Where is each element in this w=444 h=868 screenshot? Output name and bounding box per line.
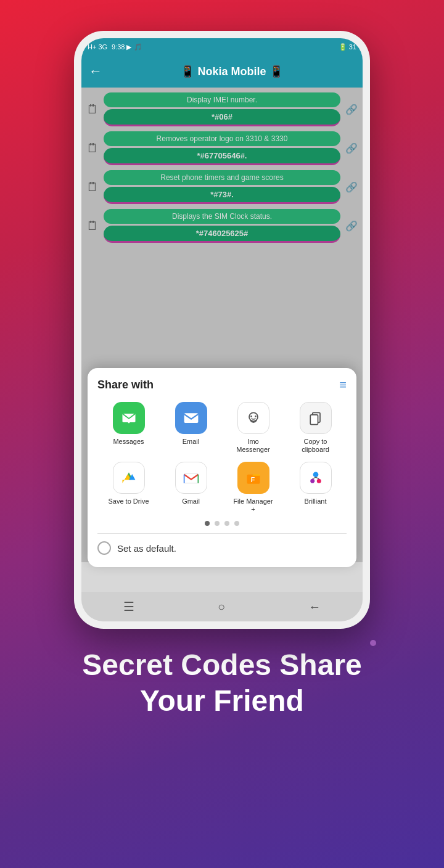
status-right: 🔋 31 (339, 43, 356, 51)
share-app-imo[interactable]: Imo Messenger (232, 402, 275, 454)
share-app-messages[interactable]: Messages (107, 402, 150, 454)
gmail-label: Gmail (182, 497, 200, 506)
nav-menu-button[interactable]: ☰ (123, 599, 134, 614)
footer-text: Secret Codes Share Your Friend (57, 647, 387, 718)
imo-label: Imo Messenger (232, 438, 275, 454)
svg-text:F: F (250, 476, 255, 483)
svg-rect-6 (184, 473, 198, 483)
dot-1 (205, 521, 210, 526)
phone-dot (370, 640, 376, 646)
battery-level: 31 (349, 43, 356, 51)
svg-rect-0 (184, 413, 198, 423)
back-button[interactable]: ← (89, 63, 102, 80)
svg-rect-5 (310, 415, 318, 425)
drive-icon (113, 462, 145, 494)
share-app-clipboard[interactable]: Copy to clipboard (294, 402, 337, 454)
network-type: 3G (98, 43, 107, 51)
signal-icons: H+ (88, 43, 96, 51)
filemanager-icon: F (237, 462, 269, 494)
email-icon (175, 402, 207, 434)
share-apps-row-2: Save to Drive Gmail (97, 462, 347, 514)
share-app-brilliant[interactable]: Brilliant (294, 462, 337, 514)
svg-line-13 (316, 477, 319, 479)
share-app-email[interactable]: Email (170, 402, 213, 454)
status-bar: H+ 3G 9:38 ▶ 🎵 🔋 31 (81, 38, 363, 55)
svg-point-11 (316, 478, 321, 483)
time: 9:38 (112, 43, 125, 51)
phone-screen: H+ 3G 9:38 ▶ 🎵 🔋 31 ← 📱 Nokia Mobile 📱 🗒 (81, 38, 363, 621)
app-title: 📱 Nokia Mobile 📱 (109, 65, 355, 78)
bottom-nav: ☰ ○ ← (81, 592, 363, 621)
clipboard-label: Copy to clipboard (294, 438, 337, 454)
messages-icon (113, 402, 145, 434)
footer-line2: Your Friend (140, 684, 304, 717)
svg-line-12 (312, 477, 315, 479)
share-app-drive[interactable]: Save to Drive (107, 462, 150, 514)
svg-point-10 (310, 478, 314, 483)
footer-line1: Secret Codes Share (82, 649, 362, 681)
share-app-gmail[interactable]: Gmail (170, 462, 213, 514)
dot-3 (224, 521, 229, 526)
share-title: Share with (97, 379, 154, 391)
clipboard-icon (300, 402, 332, 434)
share-header: Share with ≡ (97, 378, 347, 392)
svg-point-9 (313, 472, 318, 477)
phone-frame: H+ 3G 9:38 ▶ 🎵 🔋 31 ← 📱 Nokia Mobile 📱 🗒 (74, 31, 370, 629)
page-dots (97, 521, 347, 526)
email-label: Email (183, 438, 200, 446)
imo-icon (237, 402, 269, 434)
dot-2 (215, 521, 220, 526)
svg-point-2 (250, 416, 252, 417)
default-radio[interactable] (97, 541, 111, 555)
share-dialog: Share with ≡ Messages (88, 368, 356, 567)
share-app-filemanager[interactable]: F File Manager + (232, 462, 275, 514)
default-row: Set as default. (97, 539, 347, 557)
media-icons: ▶ 🎵 (126, 43, 142, 51)
default-label: Set as default. (117, 543, 176, 554)
nav-home-button[interactable]: ○ (218, 600, 225, 614)
svg-point-3 (255, 416, 257, 417)
divider (97, 533, 347, 534)
content-area: 🗒 Display IMEI number. *#06# 🔗 🗒 Removes… (81, 88, 363, 592)
dot-4 (234, 521, 239, 526)
battery-icon: 🔋 (339, 43, 347, 51)
drive-label: Save to Drive (108, 497, 149, 506)
share-menu-icon[interactable]: ≡ (339, 378, 347, 392)
gmail-icon (175, 462, 207, 494)
nav-back-button[interactable]: ← (308, 600, 321, 614)
svg-point-1 (249, 413, 258, 422)
brilliant-icon (300, 462, 332, 494)
filemanager-label: File Manager + (232, 497, 275, 514)
share-apps-row-1: Messages Email (97, 402, 347, 454)
top-bar: ← 📱 Nokia Mobile 📱 (81, 55, 363, 88)
brilliant-label: Brilliant (304, 497, 326, 506)
status-left: H+ 3G 9:38 ▶ 🎵 (88, 43, 142, 51)
messages-label: Messages (113, 438, 144, 446)
